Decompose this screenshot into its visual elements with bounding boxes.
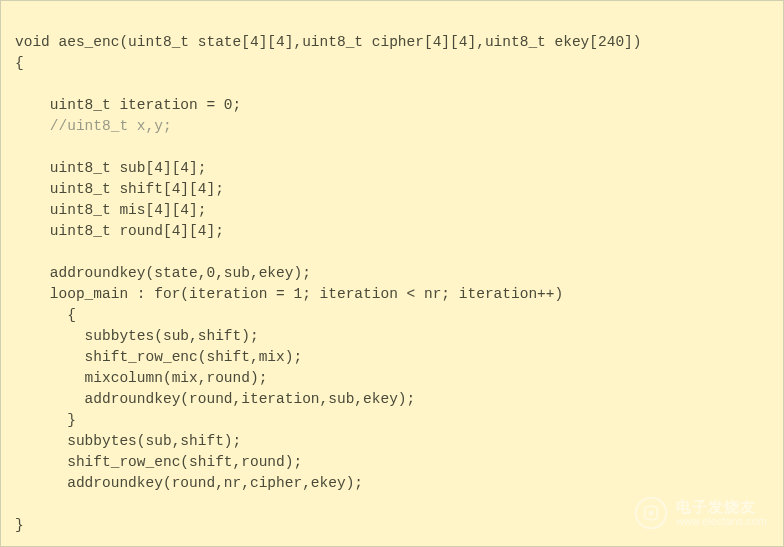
- code-line: void aes_enc(uint8_t state[4][4],uint8_t…: [15, 34, 642, 50]
- code-line: shift_row_enc(shift,round);: [15, 454, 302, 470]
- code-line: mixcolumn(mix,round);: [15, 370, 267, 386]
- code-line: uint8_t shift[4][4];: [15, 181, 224, 197]
- code-line: }: [15, 412, 76, 428]
- watermark-title: 电子发烧友: [676, 499, 767, 516]
- code-comment-line: //uint8_t x,y;: [15, 118, 172, 134]
- code-line: subbytes(sub,shift);: [15, 433, 241, 449]
- code-line: uint8_t sub[4][4];: [15, 160, 206, 176]
- code-line: loop_main : for(iteration = 1; iteration…: [15, 286, 563, 302]
- code-line: uint8_t iteration = 0;: [15, 97, 241, 113]
- code-line: addroundkey(round,iteration,sub,ekey);: [15, 391, 415, 407]
- watermark: 电子发烧友 www.elecfans.com: [634, 496, 767, 530]
- code-line: }: [15, 517, 24, 533]
- watermark-logo-icon: [634, 496, 668, 530]
- code-line: uint8_t mis[4][4];: [15, 202, 206, 218]
- code-line: uint8_t round[4][4];: [15, 223, 224, 239]
- code-line: addroundkey(state,0,sub,ekey);: [15, 265, 311, 281]
- watermark-text: 电子发烧友 www.elecfans.com: [676, 499, 767, 528]
- watermark-url: www.elecfans.com: [676, 515, 767, 527]
- code-block: void aes_enc(uint8_t state[4][4],uint8_t…: [1, 1, 783, 546]
- code-line: {: [15, 55, 24, 71]
- svg-point-1: [648, 510, 653, 515]
- code-line: {: [15, 307, 76, 323]
- code-line: subbytes(sub,shift);: [15, 328, 259, 344]
- code-line: addroundkey(round,nr,cipher,ekey);: [15, 475, 363, 491]
- code-line: shift_row_enc(shift,mix);: [15, 349, 302, 365]
